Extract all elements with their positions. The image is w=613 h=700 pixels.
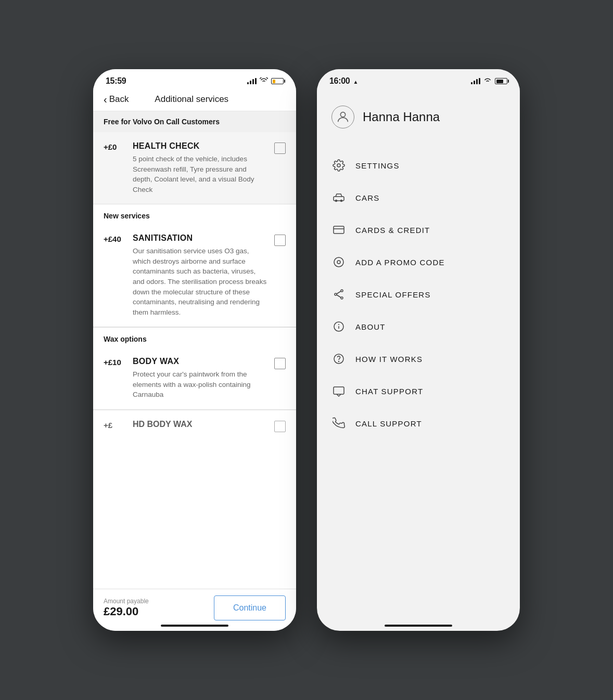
svg-rect-5 (334, 226, 344, 234)
svg-point-1 (337, 164, 340, 167)
section-header-new: New services (93, 204, 296, 224)
menu-label-call: CALL SUPPORT (355, 419, 422, 428)
signal-bar-2 (250, 81, 251, 84)
signal-bar-4 (255, 78, 257, 84)
page-title: Additional services (129, 94, 254, 105)
signal-bar-r3 (476, 79, 478, 84)
phone-right: 16:00 ▲ (317, 69, 520, 631)
service-body-wax[interactable]: +£10 BODY WAX Protect your car's paintwo… (93, 347, 296, 410)
menu-item-chat[interactable]: CHAT SUPPORT (317, 375, 520, 407)
card-icon (331, 223, 346, 237)
signal-bar-r4 (479, 78, 480, 84)
menu-item-cards[interactable]: CARDS & CREDIT (317, 214, 520, 246)
question-circle-icon (331, 352, 346, 366)
health-check-info: HEALTH CHECK 5 point check of the vehicl… (133, 141, 267, 195)
body-wax-desc: Protect your car's paintwork from the el… (133, 369, 267, 400)
status-icons-left (247, 77, 284, 85)
menu-item-call[interactable]: CALL SUPPORT (317, 407, 520, 439)
signal-bar-3 (252, 79, 254, 84)
promo-icon (331, 255, 346, 269)
menu-label-settings: SETTINGS (355, 161, 400, 170)
user-row: Hanna Hanna (331, 106, 505, 128)
back-label[interactable]: Back (109, 94, 129, 105)
body-wax-info: BODY WAX Protect your car's paintwork fr… (133, 357, 267, 400)
svg-line-12 (337, 291, 341, 294)
back-chevron-icon: ‹ (104, 94, 107, 105)
sanitisation-price: +£40 (104, 235, 125, 243)
menu-header: Hanna Hanna (317, 90, 520, 144)
menu-label-about: ABOUT (355, 322, 386, 331)
sanitisation-desc: Our sanitisation service uses O3 gas, wh… (133, 246, 267, 317)
sanitisation-info: SANITISATION Our sanitisation service us… (133, 234, 267, 317)
hd-body-wax-name: HD BODY WAX (133, 420, 267, 429)
svg-point-8 (337, 261, 340, 264)
back-button[interactable]: ‹ Back (104, 94, 129, 105)
home-indicator-right (385, 625, 452, 627)
svg-point-7 (334, 257, 343, 267)
signal-bar-1 (247, 82, 249, 84)
menu-item-how[interactable]: HOW IT WORKS (317, 343, 520, 375)
svg-point-10 (335, 293, 337, 295)
health-check-price: +£0 (104, 142, 125, 151)
battery-fill-right (496, 80, 503, 83)
menu-label-chat: CHAT SUPPORT (355, 387, 423, 396)
hd-body-wax-checkbox[interactable] (274, 421, 286, 432)
hd-body-wax-info: HD BODY WAX (133, 420, 267, 429)
body-wax-price: +£10 (104, 358, 125, 367)
services-list: Free for Volvo On Call Customers +£0 HEA… (93, 111, 296, 600)
amount-info: Amount payable £29.00 (104, 598, 149, 618)
menu-item-cars[interactable]: CARS (317, 182, 520, 214)
signal-bar-r1 (471, 82, 472, 84)
section-header-free: Free for Volvo On Call Customers (93, 111, 296, 132)
status-time-right: 16:00 ▲ (329, 76, 358, 86)
signal-bar-r2 (474, 81, 475, 84)
status-bar-left: 15:59 (93, 69, 296, 90)
service-hd-body-wax[interactable]: +£ HD BODY WAX (93, 410, 296, 442)
phone-icon (331, 416, 346, 431)
body-wax-checkbox[interactable] (274, 358, 286, 369)
user-name: Hanna Hanna (363, 110, 440, 124)
menu-item-promo[interactable]: ADD A PROMO CODE (317, 246, 520, 278)
battery-fill (273, 80, 276, 83)
menu-item-offers[interactable]: SPECIAL OFFERS (317, 278, 520, 310)
sanitisation-checkbox[interactable] (274, 235, 286, 246)
health-check-desc: 5 point check of the vehicle, includes S… (133, 154, 267, 195)
signal-bars (247, 78, 257, 84)
service-health-check[interactable]: +£0 HEALTH CHECK 5 point check of the ve… (93, 132, 296, 204)
chat-icon (331, 384, 346, 398)
svg-line-13 (337, 295, 341, 297)
gear-icon (331, 158, 346, 173)
section-header-wax: Wax options (93, 327, 296, 347)
svg-point-0 (340, 112, 345, 117)
menu-item-about[interactable]: ABOUT (317, 310, 520, 343)
body-wax-name: BODY WAX (133, 357, 267, 366)
car-icon (331, 190, 346, 205)
svg-rect-2 (334, 197, 344, 201)
continue-button[interactable]: Continue (214, 595, 286, 620)
status-time-left: 15:59 (106, 76, 126, 86)
menu-label-offers: SPECIAL OFFERS (355, 290, 431, 299)
signal-bars-right (471, 78, 480, 84)
hd-body-wax-price: +£ (104, 421, 125, 430)
menu-label-cars: CARS (355, 193, 379, 202)
location-arrow-right: ▲ (353, 79, 359, 85)
menu-item-settings[interactable]: SETTINGS (317, 149, 520, 182)
phone-left: 15:59 (93, 69, 296, 631)
health-check-checkbox[interactable] (274, 142, 286, 154)
wifi-icon-right (483, 76, 492, 86)
svg-rect-19 (334, 387, 344, 394)
svg-point-9 (341, 290, 343, 292)
battery-icon-right (495, 78, 507, 84)
health-check-name: HEALTH CHECK (133, 141, 267, 151)
home-indicator-left (161, 625, 228, 627)
svg-point-11 (341, 297, 343, 299)
amount-value: £29.00 (104, 605, 149, 618)
svg-point-18 (339, 361, 339, 362)
user-avatar (331, 106, 354, 128)
svg-point-17 (334, 354, 343, 364)
status-bar-right: 16:00 ▲ (317, 69, 520, 90)
share-icon (331, 287, 346, 302)
service-sanitisation[interactable]: +£40 SANITISATION Our sanitisation servi… (93, 224, 296, 327)
menu-label-how: HOW IT WORKS (355, 355, 423, 364)
phones-container: 15:59 (72, 28, 541, 672)
